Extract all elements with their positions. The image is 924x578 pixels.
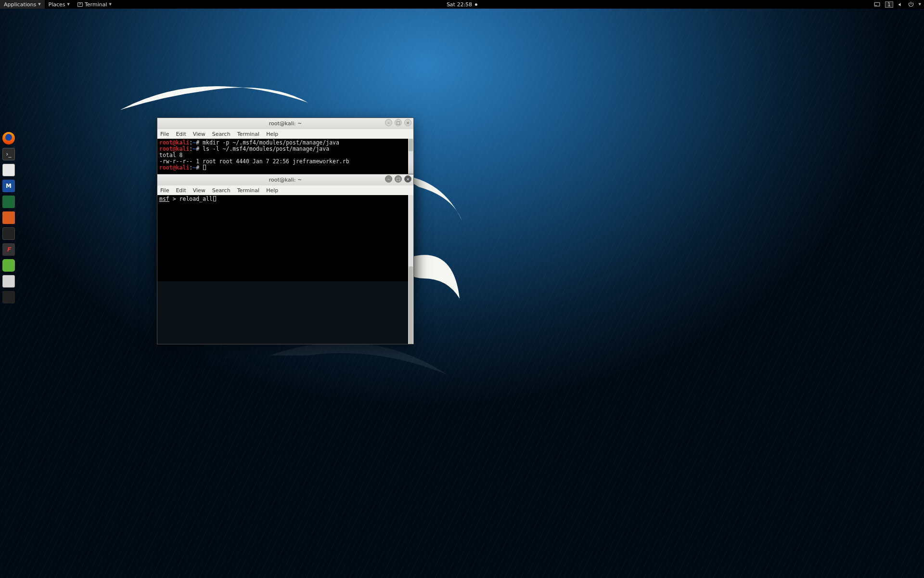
scrollbar[interactable] [408, 195, 413, 344]
window-title: root@kali: ~ [269, 177, 302, 183]
minimize-button[interactable]: – [385, 119, 392, 126]
dock-settings-icon[interactable] [2, 275, 15, 288]
window-title: root@kali: ~ [269, 120, 302, 127]
desktop: ›_ M F root@kali: ~ – □ × File Edit View… [0, 9, 668, 418]
dock-files-icon[interactable] [2, 164, 15, 176]
dock-firefox-icon[interactable] [2, 132, 15, 144]
cursor-icon [213, 196, 216, 201]
dock-notes-icon[interactable] [2, 259, 15, 272]
cmd-line: ls -l ~/.msf4/modules/post/manage/java [203, 145, 329, 152]
menu-search[interactable]: Search [212, 187, 231, 194]
dock-faraday-icon[interactable]: F [2, 243, 15, 256]
terminal-window-front[interactable]: root@kali: ~ – □ × File Edit View Search… [157, 174, 414, 344]
dock-maltego-icon[interactable] [2, 227, 15, 240]
menu-file[interactable]: File [160, 187, 169, 194]
msf-prompt: msf [159, 196, 169, 202]
dock-metasploit-icon[interactable]: M [2, 180, 15, 192]
titlebar[interactable]: root@kali: ~ – □ × [157, 118, 413, 129]
active-app-menu[interactable]: Terminal▼ [74, 0, 116, 9]
menu-edit[interactable]: Edit [176, 187, 186, 194]
dock-terminal-icon[interactable]: ›_ [2, 148, 15, 160]
clock[interactable]: Sat 22:58 [447, 1, 477, 8]
scrollbar-thumb[interactable] [409, 139, 413, 151]
close-button[interactable]: × [404, 175, 411, 183]
chevron-down-icon: ▼ [38, 2, 40, 6]
recording-indicator-icon [475, 3, 477, 6]
applications-menu[interactable]: Applications▼ [0, 0, 45, 9]
menubar: File Edit View Search Terminal Help [157, 129, 413, 139]
close-button[interactable]: × [404, 119, 411, 126]
menu-terminal[interactable]: Terminal [237, 131, 260, 137]
maximize-button[interactable]: □ [395, 119, 402, 126]
scrollbar-thumb[interactable] [409, 266, 413, 344]
titlebar[interactable]: root@kali: ~ – □ × [157, 174, 413, 185]
menu-help[interactable]: Help [266, 187, 278, 194]
menu-file[interactable]: File [160, 131, 169, 137]
output-line: total 8 [159, 152, 182, 158]
menubar: File Edit View Search Terminal Help [157, 185, 413, 195]
menu-search[interactable]: Search [212, 131, 231, 137]
menu-view[interactable]: View [193, 187, 205, 194]
terminal-content[interactable]: msf > reload_all [157, 195, 413, 344]
menu-view[interactable]: View [193, 131, 205, 137]
output-line: -rw-r--r-- 1 root root 4440 Jan 7 22:56 … [159, 158, 349, 165]
menu-edit[interactable]: Edit [176, 131, 186, 137]
menu-help[interactable]: Help [266, 131, 278, 137]
chevron-down-icon: ▼ [109, 2, 111, 6]
chevron-down-icon: ▼ [67, 2, 70, 6]
terminal-icon [77, 2, 83, 7]
minimize-button[interactable]: – [385, 175, 392, 183]
menu-terminal[interactable]: Terminal [237, 187, 260, 194]
cursor-icon [203, 165, 206, 170]
dock: ›_ M F [2, 132, 15, 303]
dock-show-applications-icon[interactable] [2, 291, 15, 303]
maximize-button[interactable]: □ [395, 175, 402, 183]
prompt-user: root@kali [159, 139, 189, 146]
cmd-line: reload_all [180, 196, 213, 202]
dock-burp-icon[interactable] [2, 211, 15, 224]
cmd-line: mkdir -p ~/.msf4/modules/post/manage/jav… [203, 139, 339, 146]
places-menu[interactable]: Places▼ [45, 0, 74, 9]
dock-armitage-icon[interactable] [2, 196, 15, 208]
top-panel: Applications▼ Places▼ Terminal▼ Sat 22:5… [0, 0, 668, 9]
